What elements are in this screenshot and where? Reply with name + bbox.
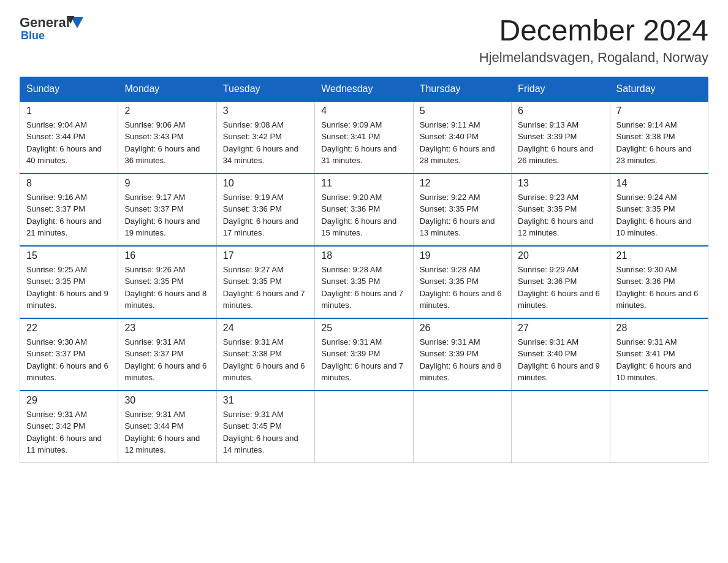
sunset-label: Sunset: 3:36 PM bbox=[518, 277, 577, 286]
logo-triangle-icon: ▲ bbox=[71, 17, 83, 28]
sunrise-label: Sunrise: 9:31 AM bbox=[223, 337, 284, 347]
page-header: General▲ Blue December 2024 Hjelmelandsv… bbox=[20, 15, 708, 66]
day-number: 11 bbox=[321, 178, 406, 189]
sunrise-label: Sunrise: 9:31 AM bbox=[321, 337, 382, 347]
sunrise-label: Sunrise: 9:13 AM bbox=[518, 120, 578, 129]
sunrise-label: Sunrise: 9:20 AM bbox=[321, 193, 382, 202]
daylight-label: Daylight: 6 hours and 7 minutes. bbox=[321, 361, 403, 383]
sunset-label: Sunset: 3:44 PM bbox=[124, 421, 183, 431]
day-number: 10 bbox=[223, 178, 308, 189]
day-info: Sunrise: 9:28 AM Sunset: 3:35 PM Dayligh… bbox=[321, 264, 406, 312]
day-info: Sunrise: 9:23 AM Sunset: 3:35 PM Dayligh… bbox=[518, 191, 603, 239]
logo-general-text: General bbox=[20, 15, 70, 31]
calendar-day-cell: 25 Sunrise: 9:31 AM Sunset: 3:39 PM Dayl… bbox=[315, 318, 413, 391]
day-number: 19 bbox=[420, 250, 505, 261]
daylight-label: Daylight: 6 hours and 19 minutes. bbox=[124, 216, 200, 238]
daylight-label: Daylight: 6 hours and 31 minutes. bbox=[321, 144, 396, 166]
day-info: Sunrise: 9:13 AM Sunset: 3:39 PM Dayligh… bbox=[518, 119, 603, 167]
calendar-day-cell: 19 Sunrise: 9:28 AM Sunset: 3:35 PM Dayl… bbox=[413, 246, 511, 318]
calendar-week-row: 1 Sunrise: 9:04 AM Sunset: 3:44 PM Dayli… bbox=[20, 101, 708, 174]
sunrise-label: Sunrise: 9:11 AM bbox=[420, 120, 480, 129]
day-info: Sunrise: 9:06 AM Sunset: 3:43 PM Dayligh… bbox=[124, 119, 210, 167]
day-info: Sunrise: 9:31 AM Sunset: 3:39 PM Dayligh… bbox=[321, 336, 406, 384]
calendar-day-cell: 9 Sunrise: 9:17 AM Sunset: 3:37 PM Dayli… bbox=[118, 174, 216, 246]
day-number: 24 bbox=[223, 323, 308, 334]
page-title: December 2024 bbox=[479, 15, 708, 47]
day-info: Sunrise: 9:31 AM Sunset: 3:38 PM Dayligh… bbox=[223, 336, 308, 384]
sunrise-label: Sunrise: 9:24 AM bbox=[616, 193, 677, 202]
sunset-label: Sunset: 3:40 PM bbox=[420, 132, 479, 141]
calendar-day-cell: 30 Sunrise: 9:31 AM Sunset: 3:44 PM Dayl… bbox=[118, 391, 216, 463]
day-info: Sunrise: 9:30 AM Sunset: 3:37 PM Dayligh… bbox=[26, 336, 112, 384]
calendar-day-cell: 26 Sunrise: 9:31 AM Sunset: 3:39 PM Dayl… bbox=[413, 318, 511, 391]
day-number: 26 bbox=[420, 323, 505, 334]
calendar-day-cell: 3 Sunrise: 9:08 AM Sunset: 3:42 PM Dayli… bbox=[216, 101, 314, 174]
calendar-header-row: SundayMondayTuesdayWednesdayThursdayFrid… bbox=[20, 77, 708, 101]
day-info: Sunrise: 9:11 AM Sunset: 3:40 PM Dayligh… bbox=[420, 119, 505, 167]
day-number: 23 bbox=[124, 323, 210, 334]
daylight-label: Daylight: 6 hours and 17 minutes. bbox=[223, 216, 298, 238]
daylight-label: Daylight: 6 hours and 12 minutes. bbox=[124, 434, 200, 455]
day-number: 8 bbox=[26, 178, 112, 189]
daylight-label: Daylight: 6 hours and 6 minutes. bbox=[223, 361, 305, 383]
sunrise-label: Sunrise: 9:31 AM bbox=[124, 410, 185, 419]
daylight-label: Daylight: 6 hours and 12 minutes. bbox=[518, 216, 593, 238]
sunset-label: Sunset: 3:36 PM bbox=[616, 277, 675, 286]
sunset-label: Sunset: 3:40 PM bbox=[518, 349, 577, 358]
sunset-label: Sunset: 3:35 PM bbox=[420, 277, 479, 286]
day-info: Sunrise: 9:31 AM Sunset: 3:37 PM Dayligh… bbox=[124, 336, 210, 384]
calendar-week-row: 22 Sunrise: 9:30 AM Sunset: 3:37 PM Dayl… bbox=[20, 318, 708, 391]
daylight-label: Daylight: 6 hours and 10 minutes. bbox=[616, 361, 692, 383]
calendar-day-cell: 24 Sunrise: 9:31 AM Sunset: 3:38 PM Dayl… bbox=[216, 318, 314, 391]
sunset-label: Sunset: 3:35 PM bbox=[616, 204, 675, 213]
sunrise-label: Sunrise: 9:28 AM bbox=[321, 265, 382, 274]
day-info: Sunrise: 9:19 AM Sunset: 3:36 PM Dayligh… bbox=[223, 191, 308, 239]
sunrise-label: Sunrise: 9:17 AM bbox=[124, 193, 185, 202]
daylight-label: Daylight: 6 hours and 6 minutes. bbox=[26, 361, 108, 383]
sunrise-label: Sunrise: 9:25 AM bbox=[26, 265, 87, 274]
sunset-label: Sunset: 3:35 PM bbox=[124, 277, 183, 286]
daylight-label: Daylight: 6 hours and 21 minutes. bbox=[26, 216, 102, 238]
logo-blue-text: Blue bbox=[21, 29, 45, 42]
day-info: Sunrise: 9:20 AM Sunset: 3:36 PM Dayligh… bbox=[321, 191, 406, 239]
sunset-label: Sunset: 3:44 PM bbox=[26, 132, 85, 141]
column-header-saturday: Saturday bbox=[610, 77, 708, 101]
calendar-day-cell: 1 Sunrise: 9:04 AM Sunset: 3:44 PM Dayli… bbox=[20, 101, 118, 174]
sunset-label: Sunset: 3:35 PM bbox=[223, 277, 282, 286]
daylight-label: Daylight: 6 hours and 6 minutes. bbox=[518, 289, 600, 310]
sunrise-label: Sunrise: 9:27 AM bbox=[223, 265, 284, 274]
calendar-week-row: 8 Sunrise: 9:16 AM Sunset: 3:37 PM Dayli… bbox=[20, 174, 708, 246]
calendar-day-cell: 18 Sunrise: 9:28 AM Sunset: 3:35 PM Dayl… bbox=[315, 246, 413, 318]
day-number: 27 bbox=[518, 323, 603, 334]
daylight-label: Daylight: 6 hours and 6 minutes. bbox=[420, 289, 502, 310]
day-info: Sunrise: 9:28 AM Sunset: 3:35 PM Dayligh… bbox=[420, 264, 505, 312]
daylight-label: Daylight: 6 hours and 11 minutes. bbox=[26, 434, 102, 455]
calendar-day-cell: 22 Sunrise: 9:30 AM Sunset: 3:37 PM Dayl… bbox=[20, 318, 118, 391]
sunset-label: Sunset: 3:37 PM bbox=[26, 204, 85, 213]
daylight-label: Daylight: 6 hours and 8 minutes. bbox=[420, 361, 502, 383]
day-number: 17 bbox=[223, 250, 308, 261]
sunset-label: Sunset: 3:37 PM bbox=[124, 204, 183, 213]
day-info: Sunrise: 9:17 AM Sunset: 3:37 PM Dayligh… bbox=[124, 191, 210, 239]
day-number: 18 bbox=[321, 250, 406, 261]
daylight-label: Daylight: 6 hours and 7 minutes. bbox=[321, 289, 403, 310]
day-number: 16 bbox=[124, 250, 210, 261]
day-number: 22 bbox=[26, 323, 112, 334]
sunrise-label: Sunrise: 9:31 AM bbox=[124, 337, 185, 347]
column-header-tuesday: Tuesday bbox=[216, 77, 314, 101]
sunset-label: Sunset: 3:38 PM bbox=[223, 349, 282, 358]
sunset-label: Sunset: 3:35 PM bbox=[420, 204, 479, 213]
sunrise-label: Sunrise: 9:29 AM bbox=[518, 265, 578, 274]
calendar-day-cell: 21 Sunrise: 9:30 AM Sunset: 3:36 PM Dayl… bbox=[610, 246, 708, 318]
day-number: 14 bbox=[616, 178, 702, 189]
daylight-label: Daylight: 6 hours and 26 minutes. bbox=[518, 144, 593, 166]
sunset-label: Sunset: 3:43 PM bbox=[124, 132, 183, 141]
day-number: 4 bbox=[321, 105, 406, 117]
sunrise-label: Sunrise: 9:08 AM bbox=[223, 120, 284, 129]
calendar-day-cell: 10 Sunrise: 9:19 AM Sunset: 3:36 PM Dayl… bbox=[216, 174, 314, 246]
day-info: Sunrise: 9:04 AM Sunset: 3:44 PM Dayligh… bbox=[26, 119, 112, 167]
calendar-day-cell bbox=[610, 391, 708, 463]
sunrise-label: Sunrise: 9:30 AM bbox=[26, 337, 87, 347]
day-info: Sunrise: 9:08 AM Sunset: 3:42 PM Dayligh… bbox=[223, 119, 308, 167]
sunrise-label: Sunrise: 9:14 AM bbox=[616, 120, 677, 129]
